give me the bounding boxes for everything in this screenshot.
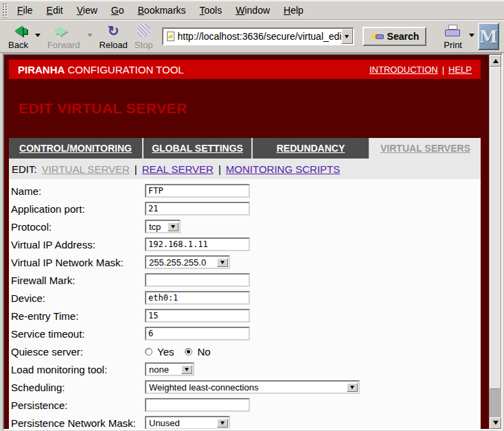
scroll-up-icon[interactable] <box>490 55 501 67</box>
back-button[interactable]: Back <box>5 23 32 51</box>
menu-view[interactable]: View <box>70 5 104 16</box>
menu-go[interactable]: Go <box>104 5 131 16</box>
stop-button[interactable]: Stop <box>131 23 157 51</box>
form-row: Scheduling: Weighted least-connections <box>9 378 481 396</box>
subnav-current-virtual-server: VIRTUAL SERVER <box>42 163 130 175</box>
dropdown-arrow-icon[interactable] <box>181 365 192 374</box>
field-label: Application port: <box>11 203 145 215</box>
field-cell <box>145 184 250 198</box>
field-label: Scheduling: <box>11 382 145 393</box>
mozilla-logo-glyph: M <box>479 27 498 47</box>
dropdown-arrow-icon[interactable] <box>168 222 179 231</box>
print-button[interactable]: Print <box>440 23 466 51</box>
bookmark-page-icon[interactable] <box>166 31 176 42</box>
tab-virtual-servers[interactable]: VIRTUAL SERVERS <box>370 138 481 159</box>
field-label: Firewall Mark: <box>11 275 145 286</box>
menubar-grippy[interactable] <box>2 3 8 18</box>
subnav-link-monitoring-scripts[interactable]: MONITORING SCRIPTS <box>226 163 340 175</box>
help-link[interactable]: HELP <box>448 65 472 75</box>
virtual-ip-address-input[interactable] <box>145 237 250 251</box>
tab-control-monitoring[interactable]: CONTROL/MONITORING <box>9 138 144 159</box>
radio-label: No <box>197 346 210 358</box>
virtual-ip-network-mask-select[interactable]: 255.255.255.0 <box>145 255 230 269</box>
scroll-down-icon[interactable] <box>490 417 501 429</box>
url-input[interactable]: http://localhost:3636/secure/virtual_edi… <box>176 31 341 42</box>
piranha-page: PIRANHA CONFIGURATION TOOL INTRODUCTION … <box>4 55 489 429</box>
form-row: Protocol: tcp <box>9 218 481 235</box>
protocol-select[interactable]: tcp <box>145 220 181 233</box>
dropdown-arrow-icon[interactable] <box>217 258 228 267</box>
application-port-input[interactable] <box>145 202 250 216</box>
url-dropdown-icon[interactable] <box>341 29 353 44</box>
scrollbar-track[interactable] <box>490 67 501 417</box>
field-cell <box>145 273 250 287</box>
form-row: Application port: <box>9 200 481 218</box>
field-cell: YesNo <box>145 346 222 358</box>
persistence-network-mask-select[interactable]: Unused <box>145 416 230 429</box>
name-input[interactable] <box>145 184 250 198</box>
search-icon <box>370 33 384 40</box>
scrollbar[interactable] <box>489 55 501 429</box>
scrollbar-thumb[interactable] <box>490 67 501 389</box>
tab-global-settings[interactable]: GLOBAL SETTINGS <box>144 138 253 159</box>
field-cell <box>145 327 250 340</box>
search-button[interactable]: Search <box>363 27 427 46</box>
page-title: EDIT VIRTUAL SERVER <box>19 100 489 117</box>
service-timeout-input[interactable] <box>145 327 250 340</box>
field-label: Quiesce server: <box>11 346 145 358</box>
quiesce-server-radio-yes[interactable]: Yes <box>145 346 174 358</box>
form-row: Load monitoring tool: none <box>9 360 481 378</box>
form-row: Re-entry Time: <box>9 307 481 325</box>
stop-label: Stop <box>135 40 153 50</box>
form-row: Name: <box>9 182 481 200</box>
quiesce-server-radio-no[interactable]: No <box>185 346 210 358</box>
form-row: Firewall Mark: <box>9 271 481 289</box>
radio-icon[interactable] <box>145 348 152 356</box>
subnav-link-real-server[interactable]: REAL SERVER <box>142 163 214 175</box>
piranha-banner: PIRANHA CONFIGURATION TOOL INTRODUCTION … <box>9 60 481 79</box>
radio-icon[interactable] <box>185 348 192 356</box>
form-row: Service timeout: <box>9 325 481 342</box>
select-value: Weighted least-connections <box>146 382 347 393</box>
field-cell: none <box>145 362 194 376</box>
browser-content-area: PIRANHA CONFIGURATION TOOL INTRODUCTION … <box>3 54 503 430</box>
dropdown-arrow-icon[interactable] <box>347 383 358 392</box>
load-monitoring-tool-select[interactable]: none <box>145 362 194 376</box>
reload-button[interactable]: ↻ Reload <box>96 23 131 51</box>
menu-help[interactable]: Help <box>277 5 310 16</box>
field-label: Persistence Network Mask: <box>11 417 145 429</box>
subnav-prefix: EDIT: <box>12 163 37 175</box>
select-value: none <box>146 364 181 375</box>
scheduling-select[interactable]: Weighted least-connections <box>145 380 360 394</box>
field-label: Re-entry Time: <box>11 310 145 322</box>
menu-window[interactable]: Window <box>229 5 277 16</box>
menu-edit[interactable]: Edit <box>40 5 70 16</box>
url-bar[interactable]: http://localhost:3636/secure/virtual_edi… <box>162 27 354 45</box>
forward-label: Forward <box>47 40 80 50</box>
firewall-mark-input[interactable] <box>145 273 250 287</box>
introduction-link[interactable]: INTRODUCTION <box>369 65 438 75</box>
field-cell: Weighted least-connections <box>145 380 360 394</box>
mozilla-logo[interactable]: M <box>478 23 499 50</box>
menu-bar: File Edit View Go Bookmarks Tools Window… <box>0 0 504 20</box>
field-label: Virtual IP Address: <box>11 239 145 251</box>
forward-button[interactable]: Forward <box>44 23 84 51</box>
re-entry-time-input[interactable] <box>145 309 250 323</box>
menu-tools[interactable]: Tools <box>193 5 229 16</box>
select-value: tcp <box>146 222 168 232</box>
print-dropdown-icon[interactable] <box>469 34 474 40</box>
menu-file[interactable]: File <box>10 5 40 16</box>
menu-bookmarks[interactable]: Bookmarks <box>131 5 193 16</box>
back-dropdown-icon[interactable] <box>35 34 41 40</box>
dropdown-arrow-icon[interactable] <box>217 419 228 428</box>
forward-dropdown-icon[interactable] <box>87 34 93 40</box>
field-label: Load monitoring tool: <box>11 364 145 375</box>
back-icon <box>9 23 27 38</box>
form-row: Persistence Network Mask: Unused <box>9 414 481 429</box>
main-tabs: CONTROL/MONITORING GLOBAL SETTINGS REDUN… <box>9 138 481 159</box>
persistence-input[interactable] <box>145 398 250 412</box>
field-cell: 255.255.255.0 <box>145 255 230 269</box>
tab-redundancy[interactable]: REDUNDANCY <box>253 138 370 159</box>
form-row: Virtual IP Address: <box>9 235 481 253</box>
device-input[interactable] <box>145 291 250 305</box>
